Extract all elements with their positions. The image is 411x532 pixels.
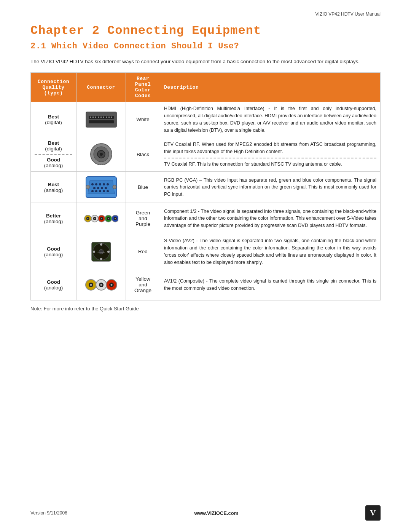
desc-hdmi: HDMI (High-Definition Multimedia Interfa… bbox=[160, 102, 381, 137]
svg-point-31 bbox=[103, 190, 105, 192]
vizio-logo: V bbox=[365, 505, 381, 521]
quality-vga: Best(analog) bbox=[31, 172, 76, 203]
svg-rect-5 bbox=[95, 117, 96, 118]
svg-point-53 bbox=[100, 258, 102, 260]
quality-composite: Good(analog) bbox=[31, 269, 76, 300]
svg-point-43 bbox=[101, 218, 102, 219]
desc-coaxial: DTV Coaxial RF. When used for MPEG2 enco… bbox=[160, 137, 381, 172]
composite-icon bbox=[84, 274, 118, 295]
header-description: Description bbox=[160, 73, 381, 102]
table-row-svideo: Good(analog) bbox=[31, 234, 381, 269]
svg-rect-0 bbox=[86, 112, 116, 127]
table-row-component: Better(analog) bbox=[31, 203, 381, 234]
svg-point-55 bbox=[107, 251, 110, 253]
svg-point-15 bbox=[100, 153, 103, 156]
color-red: Red bbox=[126, 234, 160, 269]
section-title: 2.1 Which Video Connection Should I Use? bbox=[30, 42, 381, 51]
svg-point-40 bbox=[94, 218, 95, 219]
svg-point-49 bbox=[115, 218, 116, 219]
desc-tv-coaxial: TV Coaxial RF. This is the connection fo… bbox=[164, 161, 342, 167]
table-row-coaxial: Best(digital) Good(analog) bbox=[31, 137, 381, 172]
color-blue: Blue bbox=[126, 172, 160, 203]
note-text: Note: For more info refer to the Quick S… bbox=[30, 306, 381, 312]
desc-composite: AV1/2 (Composite) - The complete video s… bbox=[160, 269, 381, 300]
svg-rect-3 bbox=[90, 117, 91, 118]
table-row: Best(digital) bbox=[31, 102, 381, 137]
footer-version: Version 9/11/2006 bbox=[30, 510, 67, 516]
component-icon bbox=[84, 208, 118, 229]
svg-point-28 bbox=[91, 190, 94, 192]
svg-point-20 bbox=[95, 183, 97, 185]
svg-point-30 bbox=[99, 190, 101, 192]
svg-point-33 bbox=[86, 185, 90, 189]
header-color: RearPanelColorCodes bbox=[126, 73, 160, 102]
svg-point-26 bbox=[101, 187, 103, 189]
coaxial-icon bbox=[88, 142, 115, 167]
svg-rect-4 bbox=[92, 117, 94, 118]
svg-point-32 bbox=[107, 190, 109, 192]
quality-svideo: Good(analog) bbox=[31, 234, 76, 269]
footer: Version 9/11/2006 www.VIZIOCE.com V bbox=[0, 505, 411, 521]
connection-table: ConnectionQuality (type) Connector RearP… bbox=[30, 72, 381, 300]
svg-point-22 bbox=[103, 183, 105, 185]
svg-point-66 bbox=[110, 284, 112, 286]
svg-point-37 bbox=[87, 218, 88, 219]
svg-point-19 bbox=[91, 183, 94, 185]
color-yellow-orange: YellowandOrange bbox=[126, 269, 160, 300]
desc-dtv-coaxial: DTV Coaxial RF. When used for MPEG2 enco… bbox=[164, 142, 376, 154]
svg-point-25 bbox=[97, 187, 99, 189]
manual-title: VIZIO VP42 HDTV User Manual bbox=[30, 11, 381, 17]
table-row-vga: Best(analog) bbox=[31, 172, 381, 203]
connector-composite bbox=[76, 269, 126, 300]
svg-rect-6 bbox=[98, 117, 99, 118]
svg-rect-8 bbox=[103, 117, 104, 118]
color-green-purple: GreenandPurple bbox=[126, 203, 160, 234]
svideo-icon: s-video bbox=[88, 239, 115, 264]
intro-paragraph: The VIZIO VP42 HDTV has six different wa… bbox=[30, 58, 381, 66]
hdmi-icon bbox=[84, 108, 118, 131]
svg-point-24 bbox=[93, 187, 96, 189]
svg-rect-9 bbox=[106, 117, 107, 118]
svg-rect-11 bbox=[111, 117, 112, 118]
logo-letter: V bbox=[370, 509, 376, 518]
connector-coaxial bbox=[76, 137, 126, 172]
svg-point-54 bbox=[93, 251, 95, 253]
svg-point-21 bbox=[99, 183, 101, 185]
quality-component: Better(analog) bbox=[31, 203, 76, 234]
header-quality: ConnectionQuality (type) bbox=[31, 73, 76, 102]
svg-text:s-video: s-video bbox=[97, 251, 105, 254]
svg-rect-7 bbox=[100, 117, 102, 118]
desc-svideo: S-Video (AV2) - The video signal is sepa… bbox=[160, 234, 381, 269]
quality-best-digital-hdmi: Best(digital) bbox=[31, 102, 76, 137]
color-black-label: Black bbox=[137, 152, 149, 157]
footer-website: www.VIZIOCE.com bbox=[194, 510, 238, 516]
desc-vga: RGB PC (VGA) – This video input has sepa… bbox=[160, 172, 381, 203]
svg-point-63 bbox=[100, 284, 102, 286]
svg-point-34 bbox=[113, 185, 116, 189]
svg-point-23 bbox=[107, 183, 109, 185]
connector-svideo: s-video bbox=[76, 234, 126, 269]
svg-rect-10 bbox=[108, 117, 110, 118]
svg-point-52 bbox=[100, 243, 102, 246]
color-white: White bbox=[126, 102, 160, 137]
table-row-composite: Good(analog) bbox=[31, 269, 381, 300]
svg-point-29 bbox=[95, 190, 97, 192]
connector-vga bbox=[76, 172, 126, 203]
color-black: Black bbox=[126, 137, 160, 172]
svg-point-46 bbox=[108, 218, 109, 219]
connector-component bbox=[76, 203, 126, 234]
vga-icon bbox=[84, 175, 118, 200]
desc-component: Component 1/2 - The video signal is sepa… bbox=[160, 203, 381, 234]
chapter-title: Chapter 2 Connecting Equipment bbox=[30, 24, 381, 38]
svg-point-60 bbox=[90, 284, 92, 286]
svg-point-27 bbox=[105, 187, 107, 189]
svg-rect-2 bbox=[89, 120, 114, 123]
header-connector: Connector bbox=[76, 73, 126, 102]
quality-coaxial: Best(digital) Good(analog) bbox=[31, 137, 76, 172]
connector-hdmi bbox=[76, 102, 126, 137]
